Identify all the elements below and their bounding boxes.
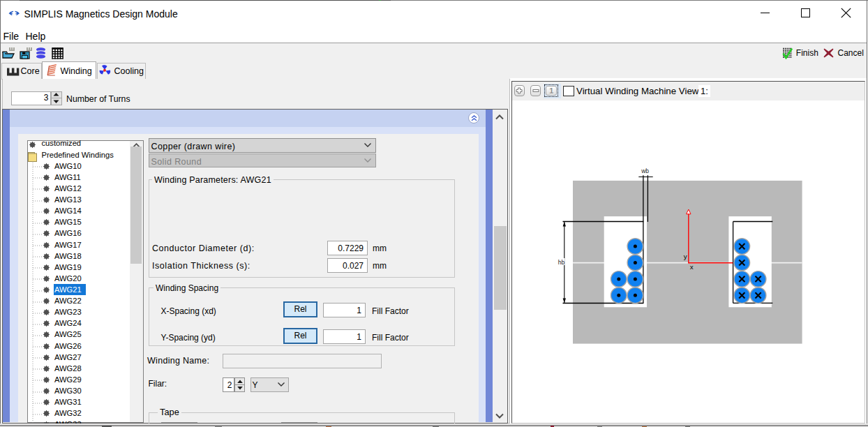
svg-text:wb: wb bbox=[641, 167, 649, 174]
svg-text:y: y bbox=[684, 252, 687, 260]
svg-text:hb: hb bbox=[558, 258, 565, 265]
svg-text:x: x bbox=[690, 262, 694, 270]
